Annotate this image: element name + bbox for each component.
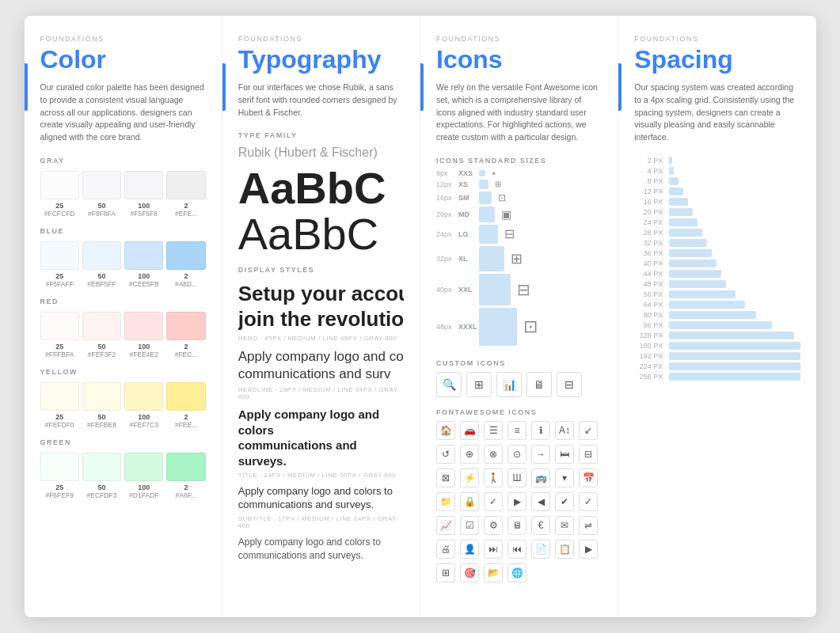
icon-fa-24: ✓ bbox=[484, 492, 503, 511]
spacing-row-label: 12 PX bbox=[634, 188, 669, 195]
icon-fa-42: ▶ bbox=[579, 540, 598, 559]
gray-swatches: 25 #FCFCFD 50 #F8F8FA 100 #F5F5F8 2 #EFE… bbox=[40, 171, 206, 218]
icon-fa-6: A↕ bbox=[555, 421, 574, 440]
spacing-bar bbox=[669, 239, 707, 247]
spacing-bar bbox=[669, 311, 756, 319]
spacing-row-label: 80 PX bbox=[634, 311, 669, 319]
icons-sizes-label: ICONS STANDARD SIZES bbox=[436, 157, 602, 165]
swatch-box bbox=[82, 241, 121, 270]
swatch-blue-50: 50 #EBF5FF bbox=[82, 241, 121, 288]
icon-fa-5: ℹ bbox=[531, 421, 550, 440]
icon-fa-19: 🚌 bbox=[531, 468, 550, 487]
icon-fa-14: ⊟ bbox=[579, 445, 598, 464]
color-title: Color bbox=[40, 46, 206, 74]
icon-fa-8: ↺ bbox=[436, 445, 455, 464]
icon-size-box-xl bbox=[479, 246, 504, 271]
style-subtitle-meta: SUBTITLE · 17PX / MEDIUM / LINE 24PX / G… bbox=[238, 515, 404, 529]
icon-fa-18: Ш bbox=[507, 468, 526, 487]
icon-fa-9: ⊕ bbox=[460, 445, 479, 464]
gray-label: GRAY bbox=[40, 157, 206, 165]
icon-fa-40: 📄 bbox=[531, 540, 550, 559]
icon-size-xxxl: 48px XXXL ⊡ bbox=[436, 308, 602, 346]
icon-grid: ⊞ bbox=[466, 372, 492, 397]
swatch-gray-25: 25 #FCFCFD bbox=[40, 171, 79, 218]
icon-table: ⊟ bbox=[557, 372, 582, 397]
card-accent bbox=[25, 63, 28, 111]
icon-fa-37: 👤 bbox=[460, 540, 479, 559]
color-card: FOUNDATIONS Color Our curated color pale… bbox=[25, 16, 222, 617]
spacing-row: 36 PX bbox=[634, 249, 800, 257]
swatch-yellow-25: 25 #FEFDF0 bbox=[40, 382, 79, 429]
spacing-bar bbox=[669, 249, 712, 257]
spacing-bar bbox=[669, 342, 800, 350]
icon-fa-17: 🚶 bbox=[484, 468, 503, 487]
spacing-description: Our spacing system was created according… bbox=[634, 81, 800, 144]
cards-container: FOUNDATIONS Color Our curated color pale… bbox=[25, 16, 816, 617]
color-description: Our curated color palette has been desig… bbox=[40, 81, 206, 144]
spacing-bar bbox=[669, 290, 735, 298]
icon-fa-20: ▾ bbox=[555, 468, 574, 487]
spacing-row: 16 PX bbox=[634, 198, 800, 206]
spacing-bar bbox=[669, 177, 678, 185]
typography-card: FOUNDATIONS Typography For our interface… bbox=[222, 16, 420, 617]
icon-size-box-lg bbox=[479, 225, 498, 244]
icon-size-xxl: 40px XXL ⊟ bbox=[436, 274, 602, 305]
icon-size-md: 20px MD ▣ bbox=[436, 207, 602, 222]
swatch-yellow-50: 50 #FEFBE8 bbox=[82, 382, 121, 429]
style-title: Apply company logo and colorscommunicati… bbox=[238, 407, 404, 468]
swatch-green-50: 50 #ECFDF3 bbox=[82, 453, 121, 499]
swatch-box bbox=[40, 241, 79, 270]
spacing-row: 192 PX bbox=[634, 352, 800, 360]
swatch-gray-200: 2 #EFE... bbox=[166, 171, 205, 218]
spacing-row: 48 PX bbox=[634, 280, 800, 288]
style-body: Apply company logo and colors tocommunic… bbox=[238, 536, 404, 563]
spacing-row: 256 PX bbox=[634, 373, 800, 381]
icon-fa-32: 🖥 bbox=[507, 516, 526, 535]
swatch-box bbox=[124, 241, 163, 270]
icon-fa-39: ⏮ bbox=[507, 540, 526, 559]
typography-description: For our interfaces we chose Rubik, a san… bbox=[238, 81, 404, 119]
icon-fa-38: ⏭ bbox=[484, 540, 503, 559]
spacing-row: 32 PX bbox=[634, 239, 800, 247]
swatch-box bbox=[82, 453, 121, 481]
spacing-card: FOUNDATIONS Spacing Our spacing system w… bbox=[618, 16, 815, 617]
spacing-row: 96 PX bbox=[634, 321, 800, 329]
icon-size-box-xxl bbox=[479, 274, 511, 305]
spacing-row-label: 8 PX bbox=[634, 177, 669, 185]
spacing-row: 4 PX bbox=[634, 167, 800, 175]
spacing-row: 20 PX bbox=[634, 208, 800, 216]
icon-fa-29: 📈 bbox=[436, 516, 455, 535]
spacing-title: Spacing bbox=[634, 46, 800, 74]
spacing-row-label: 24 PX bbox=[634, 218, 669, 226]
spacing-row-label: 44 PX bbox=[634, 270, 669, 278]
spacing-bar bbox=[669, 157, 672, 165]
spacing-bar bbox=[669, 321, 772, 329]
icon-fa-13: 🛏 bbox=[555, 445, 574, 464]
spacing-bar bbox=[669, 188, 683, 195]
style-headline: Apply company logo and cocommunications … bbox=[238, 348, 404, 383]
swatch-yellow-200: 2 #FEE... bbox=[166, 382, 205, 429]
icon-fa-11: ⊙ bbox=[507, 445, 526, 464]
spacing-bar bbox=[669, 208, 693, 216]
icon-fa-36: 🖨 bbox=[436, 540, 455, 559]
icon-fa-12: → bbox=[531, 445, 550, 464]
icon-fa-16: ⚡ bbox=[460, 468, 479, 487]
spacing-row-label: 40 PX bbox=[634, 260, 669, 267]
swatch-red-50: 50 #FEF3F2 bbox=[82, 312, 121, 358]
icon-size-xxs: 8px XXS ● bbox=[436, 169, 602, 177]
spacing-row: 56 PX bbox=[634, 290, 800, 298]
icon-fa-31: ⚙ bbox=[484, 516, 503, 535]
spacing-row-label: 16 PX bbox=[634, 198, 669, 206]
style-hero: Setup your accoujoin the revolutio bbox=[238, 282, 404, 331]
spacing-row: 128 PX bbox=[634, 332, 800, 339]
spacing-bar bbox=[669, 332, 794, 339]
blue-label: BLUE bbox=[40, 227, 206, 235]
card-accent bbox=[420, 63, 424, 111]
spacing-row-label: 64 PX bbox=[634, 301, 669, 309]
icon-monitor: 🖥 bbox=[526, 372, 552, 397]
yellow-swatches: 25 #FEFDF0 50 #FEFBE8 100 #FEF7C3 2 #FEE… bbox=[40, 382, 206, 429]
spacing-row: 40 PX bbox=[634, 260, 800, 267]
icon-fa-46: 🌐 bbox=[507, 563, 526, 582]
spacing-bar bbox=[669, 352, 800, 360]
icon-fa-10: ⊗ bbox=[484, 445, 503, 464]
